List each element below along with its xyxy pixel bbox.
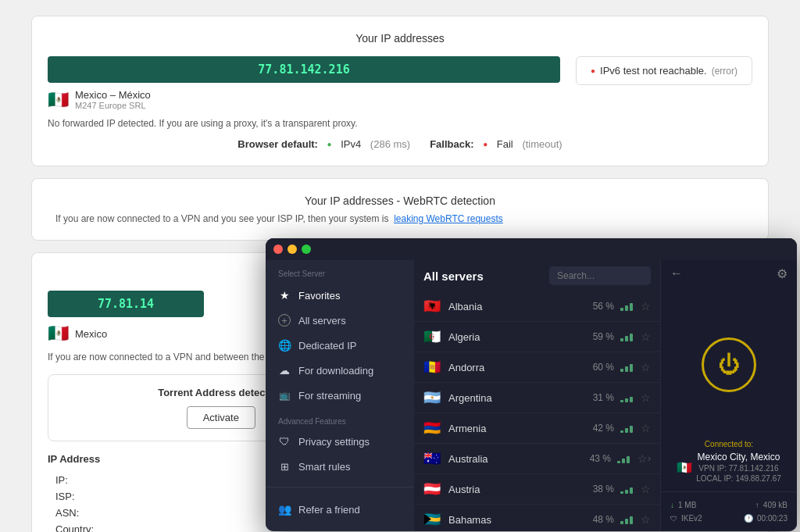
servers-header: All servers — [414, 260, 660, 291]
algeria-load: 59 % — [593, 331, 614, 342]
argentina-flag: 🇦🇷 — [423, 389, 441, 406]
minimize-button[interactable] — [288, 245, 297, 254]
fallback-row: Fallback: ● Fail (timeout) — [430, 138, 562, 150]
upload-value: 409 kB — [763, 501, 788, 509]
fallback-error: (timeout) — [522, 138, 562, 150]
connected-time: 00:00:23 — [757, 514, 788, 523]
connected-country: Mexico City, Mexico — [696, 452, 781, 462]
country-flag-mexico: 🇲🇽 — [48, 90, 69, 110]
server-row-albania[interactable]: 🇦🇱 Albania 56 % ☆ — [414, 291, 660, 322]
ipv6-status-box: ● IPv6 test not reachable. (error) — [576, 56, 752, 85]
austria-star-icon[interactable]: ☆ — [641, 483, 651, 495]
sidebar-item-downloading[interactable]: ☁ For downloading — [266, 358, 414, 383]
all-servers-icon: + — [278, 314, 291, 327]
bahamas-load: 48 % — [593, 514, 614, 525]
server-search-input[interactable] — [549, 266, 651, 285]
star-icon: ★ — [278, 289, 291, 302]
andorra-load: 60 % — [593, 362, 614, 373]
protocol-stat-row: 🛡 IKEv2 🕐 00:00:23 — [670, 512, 788, 525]
albania-load-bar — [620, 302, 634, 311]
browser-default-row: Browser default: ● IPv4 (286 ms) — [238, 138, 410, 150]
browser-default-ms: (286 ms) — [370, 138, 410, 150]
connected-flag-icon: 🇲🇽 — [677, 460, 692, 475]
fallback-status: Fail — [497, 138, 513, 150]
sidebar-item-all-servers[interactable]: + All servers — [266, 308, 414, 333]
armenia-flag: 🇦🇲 — [423, 420, 441, 437]
sidebar-item-smart-rules[interactable]: ⊞ Smart rules — [266, 454, 414, 479]
albania-star-icon[interactable]: ☆ — [641, 300, 651, 312]
asn-label: ASN: — [49, 505, 112, 520]
vpn-right-panel: ← ⚙ ⏻ Connected to: 🇲🇽 Mexico City, Mexi… — [660, 238, 797, 531]
refer-friend-icon: 👥 — [278, 503, 291, 516]
activate-button[interactable]: Activate — [187, 406, 255, 429]
smart-rules-icon: ⊞ — [278, 460, 291, 473]
close-button[interactable] — [273, 245, 283, 254]
power-icon: ⏻ — [718, 352, 740, 377]
power-button-container: ⏻ — [702, 287, 756, 434]
sidebar-item-favorites[interactable]: ★ Favorites — [266, 283, 414, 308]
maximize-button[interactable] — [302, 245, 311, 254]
australia-flag: 🇦🇺 — [423, 450, 441, 467]
armenia-load-bar — [620, 423, 634, 433]
webrtc-card-title: Your IP addresses - WebRTC detection — [48, 195, 752, 207]
sidebar-privacy-label: Privacy settings — [298, 436, 370, 448]
server-row-austria[interactable]: 🇦🇹 Austria 38 % ☆ — [414, 474, 660, 505]
power-button[interactable]: ⏻ — [702, 337, 756, 392]
server-row-australia[interactable]: 🇦🇺 Australia 43 % ☆ › — [414, 444, 660, 474]
australia-name: Australia — [448, 453, 590, 465]
andorra-star-icon[interactable]: ☆ — [641, 361, 651, 373]
argentina-name: Argentina — [448, 392, 593, 404]
back-arrow-icon[interactable]: ← — [670, 266, 683, 281]
ipv6-error-text: (error) — [712, 66, 738, 77]
australia-star-icon[interactable]: ☆ — [638, 452, 648, 465]
algeria-name: Algeria — [448, 331, 593, 343]
sidebar-dedicated-ip-label: Dedicated IP — [298, 340, 356, 352]
sidebar-item-privacy[interactable]: 🛡 Privacy settings — [266, 429, 414, 454]
country-label: Country: — [49, 522, 112, 532]
armenia-name: Armenia — [448, 423, 593, 434]
albania-name: Albania — [448, 301, 593, 312]
download-value: 1 MB — [678, 501, 696, 509]
dns-ip-display: 77.81.14 — [48, 291, 204, 317]
ipv4-dot-icon: ● — [327, 140, 332, 148]
server-row-andorra[interactable]: 🇦🇩 Andorra 60 % ☆ — [414, 352, 660, 383]
sidebar-streaming-label: For streaming — [298, 390, 361, 402]
australia-load: 43 % — [590, 453, 611, 464]
australia-chevron-icon: › — [648, 453, 651, 464]
armenia-star-icon[interactable]: ☆ — [641, 422, 651, 434]
server-row-algeria[interactable]: 🇩🇿 Algeria 59 % ☆ — [414, 322, 660, 352]
ip-addresses-card: Your IP addresses 77.81.142.216 🇲🇽 Mexic… — [31, 16, 769, 166]
select-server-label: Select Server — [266, 260, 414, 283]
browser-default-protocol: IPv4 — [341, 138, 361, 150]
webrtc-leak-link[interactable]: leaking WebRTC requests — [394, 213, 503, 224]
armenia-load: 42 % — [593, 423, 614, 434]
albania-load: 56 % — [593, 301, 614, 312]
austria-load-bar — [620, 484, 634, 494]
sidebar-all-servers-label: All servers — [298, 315, 346, 327]
vpn-servers-panel: All servers 🇦🇱 Albania 56 % ☆ 🇩🇿 Algeria… — [414, 238, 660, 531]
argentina-star-icon[interactable]: ☆ — [641, 391, 651, 404]
streaming-icon: 📺 — [278, 389, 291, 402]
sidebar-item-dedicated-ip[interactable]: 🌐 Dedicated IP — [266, 333, 414, 358]
sidebar-bottom: 👥 Refer a friend — [266, 487, 414, 531]
server-row-armenia[interactable]: 🇦🇲 Armenia 42 % ☆ — [414, 413, 660, 444]
bahamas-star-icon[interactable]: ☆ — [641, 513, 651, 526]
protocol-value: IKEv2 — [681, 514, 702, 523]
connected-label: Connected to: — [677, 440, 781, 448]
sidebar-item-streaming[interactable]: 📺 For streaming — [266, 383, 414, 408]
webrtc-card: Your IP addresses - WebRTC detection If … — [31, 178, 769, 241]
server-row-bahamas[interactable]: 🇧🇸 Bahamas 48 % ☆ — [414, 505, 660, 531]
argentina-load: 31 % — [593, 392, 614, 403]
privacy-icon: 🛡 — [278, 435, 291, 448]
country-name: Mexico – México — [75, 89, 151, 101]
server-row-argentina[interactable]: 🇦🇷 Argentina 31 % ☆ — [414, 383, 660, 413]
all-servers-title: All servers — [423, 270, 541, 283]
fallback-dot-icon: ● — [483, 140, 488, 148]
settings-icon[interactable]: ⚙ — [777, 266, 788, 281]
bahamas-flag: 🇧🇸 — [423, 511, 441, 528]
algeria-star-icon[interactable]: ☆ — [641, 330, 651, 343]
download-stat-row: ↓ 1 MB ↑ 409 kB — [670, 498, 788, 512]
sidebar-item-refer-friend[interactable]: 👥 Refer a friend — [266, 497, 414, 522]
andorra-flag: 🇦🇩 — [423, 359, 441, 376]
vpn-ip-text: VPN IP: 77.81.142.216 — [696, 464, 781, 473]
